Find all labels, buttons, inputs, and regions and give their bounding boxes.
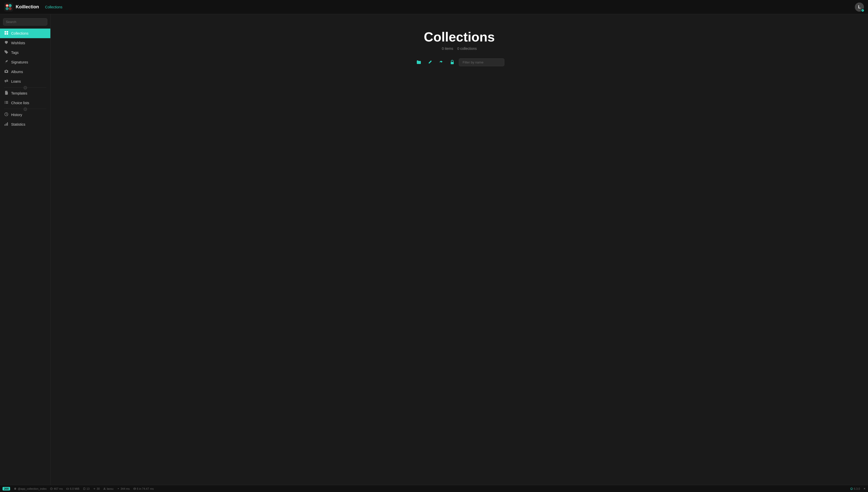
arrows-icon xyxy=(4,79,8,84)
page-title: Collections xyxy=(424,29,495,45)
sidebar-divider-1 xyxy=(4,87,46,88)
camera-icon xyxy=(4,69,8,74)
user-icon xyxy=(103,488,106,490)
svg-point-3 xyxy=(5,7,8,10)
svg-rect-20 xyxy=(7,122,8,126)
route-icon xyxy=(14,487,17,490)
filter-input[interactable] xyxy=(459,58,505,66)
count1-item: 13 xyxy=(83,487,90,490)
leaf-icon xyxy=(4,60,8,65)
sidebar: Collections Wishlists Tags xyxy=(0,14,51,485)
timer-icon xyxy=(50,488,53,490)
toolbar xyxy=(414,58,505,67)
lightning-icon xyxy=(117,488,119,490)
sidebar-signatures-label: Signatures xyxy=(11,60,28,64)
sidebar-albums-label: Albums xyxy=(11,70,23,74)
statusbar: 200 @app_collection_index 467 ms 6.0 MiB… xyxy=(0,485,868,492)
sidebar-collections-label: Collections xyxy=(11,31,28,35)
svg-rect-8 xyxy=(4,33,6,35)
user-avatar-badge: ✓ xyxy=(861,8,865,12)
time1-item: 467 ms xyxy=(50,487,63,490)
page-stats: 0 items 0 collections xyxy=(442,47,477,51)
collections-count: 0 collections xyxy=(457,47,477,51)
content-area: Collections 0 items 0 collections xyxy=(51,14,868,485)
svg-rect-7 xyxy=(6,31,8,33)
sidebar-item-loans[interactable]: Loans xyxy=(0,77,50,86)
topbar: Koillection Collections L ✓ xyxy=(0,0,868,14)
svg-rect-11 xyxy=(4,101,5,102)
heart-icon xyxy=(4,41,8,46)
svg-rect-18 xyxy=(4,124,5,126)
sidebar-item-albums[interactable]: Albums xyxy=(0,67,50,77)
svg-rect-15 xyxy=(4,103,5,104)
search-container xyxy=(0,16,50,28)
sidebar-item-history[interactable]: History xyxy=(0,110,50,120)
svg-point-5 xyxy=(6,5,8,6)
logo-icon xyxy=(4,2,13,11)
chart-icon xyxy=(4,122,8,127)
svg-rect-0 xyxy=(4,2,13,11)
statusbar-left: 200 @app_collection_index 467 ms 6.0 MiB… xyxy=(2,487,154,491)
logo-area[interactable]: Koillection xyxy=(4,2,39,11)
user-item: laosu xyxy=(103,487,113,490)
share-button[interactable] xyxy=(437,58,446,67)
svg-rect-16 xyxy=(5,103,8,104)
count2-item: 30 xyxy=(93,487,100,490)
sidebar-item-wishlists[interactable]: Wishlists xyxy=(0,38,50,48)
status-code-badge: 200 xyxy=(2,487,10,491)
sidebar-item-signatures[interactable]: Signatures xyxy=(0,57,50,67)
sidebar-item-tags[interactable]: Tags xyxy=(0,48,50,57)
sidebar-tags-label: Tags xyxy=(11,51,19,55)
lock-button[interactable] xyxy=(448,58,457,67)
version-icon: k xyxy=(850,488,853,490)
sidebar-wishlists-label: Wishlists xyxy=(11,41,25,45)
statusbar-close-button[interactable]: × xyxy=(864,487,866,491)
svg-rect-21 xyxy=(451,62,454,64)
topbar-left: Koillection Collections xyxy=(4,2,63,11)
sidebar-item-statistics[interactable]: Statistics xyxy=(0,120,50,129)
time2-item: 344 ms xyxy=(117,487,130,490)
memory-item: 6.0 MiB xyxy=(66,487,79,490)
file-icon xyxy=(4,91,8,96)
sidebar-statistics-label: Statistics xyxy=(11,122,25,126)
new-collection-button[interactable] xyxy=(414,58,423,67)
svg-rect-9 xyxy=(6,33,8,35)
statusbar-right: k 6.3.0 × xyxy=(850,487,866,491)
svg-point-26 xyxy=(104,488,105,489)
edit-button[interactable] xyxy=(425,58,435,67)
sidebar-loans-label: Loans xyxy=(11,79,21,83)
doc-icon xyxy=(83,488,86,490)
memory-icon xyxy=(66,488,69,490)
db-item: 6 in 74.47 ms xyxy=(133,487,154,490)
main-layout: Collections Wishlists Tags xyxy=(0,14,868,485)
sidebar-item-collections[interactable]: Collections xyxy=(0,29,50,38)
sidebar-templates-label: Templates xyxy=(11,91,27,95)
svg-point-27 xyxy=(134,488,135,489)
svg-point-4 xyxy=(8,7,11,10)
app-name: Koillection xyxy=(16,4,39,9)
sidebar-item-templates[interactable]: Templates xyxy=(0,89,50,98)
database-icon xyxy=(133,488,136,490)
sidebar-choicelists-label: Choice lists xyxy=(11,101,29,105)
route-item: @app_collection_index xyxy=(14,487,47,490)
sidebar-history-label: History xyxy=(11,113,22,117)
svg-rect-24 xyxy=(84,488,85,490)
svg-rect-23 xyxy=(67,488,69,490)
search-input[interactable] xyxy=(3,18,47,26)
svg-rect-12 xyxy=(5,101,8,102)
grid-icon xyxy=(4,31,8,36)
list-icon xyxy=(4,100,8,105)
sidebar-item-choicelists[interactable]: Choice lists xyxy=(0,98,50,108)
version-item: k 6.3.0 xyxy=(850,487,860,490)
svg-rect-19 xyxy=(6,123,6,126)
gear-icon xyxy=(93,488,96,490)
svg-text:k: k xyxy=(851,488,852,490)
svg-rect-13 xyxy=(4,102,5,103)
svg-rect-6 xyxy=(4,31,6,33)
nav-collections-link[interactable]: Collections xyxy=(45,5,62,9)
svg-point-2 xyxy=(8,4,11,7)
clock-icon xyxy=(4,112,8,117)
tag-icon xyxy=(4,50,8,55)
svg-point-25 xyxy=(94,488,95,489)
user-avatar[interactable]: L ✓ xyxy=(855,2,864,11)
